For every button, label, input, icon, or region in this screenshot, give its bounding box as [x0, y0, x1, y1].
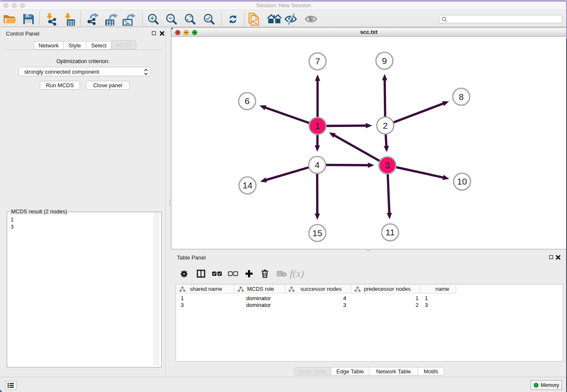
svg-text:9: 9: [382, 56, 387, 66]
svg-text:8: 8: [459, 92, 464, 102]
svg-text:14: 14: [242, 180, 253, 190]
svg-text:2: 2: [383, 121, 388, 130]
svg-text:3: 3: [385, 160, 390, 170]
svg-text:1: 1: [315, 121, 320, 131]
svg-text:6: 6: [245, 96, 250, 106]
svg-text:7: 7: [315, 56, 320, 66]
svg-text:15: 15: [312, 228, 322, 238]
svg-text:11: 11: [385, 227, 395, 237]
svg-text:4: 4: [315, 160, 320, 170]
svg-text:10: 10: [457, 177, 467, 186]
